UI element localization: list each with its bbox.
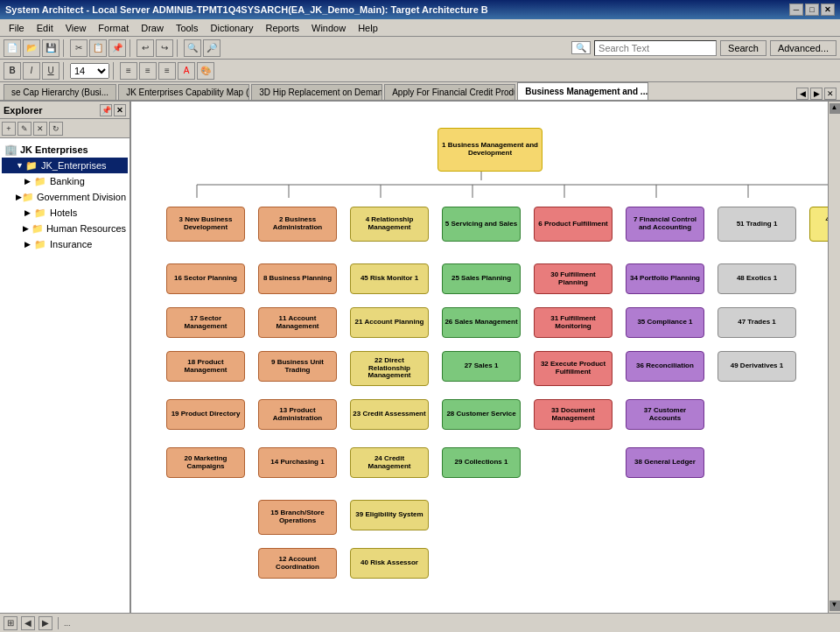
- diagram-area[interactable]: 1 Business Management and Development3 N…: [131, 102, 828, 613]
- explorer-edit-button[interactable]: ✎: [18, 122, 32, 136]
- advanced-button[interactable]: Advanced...: [770, 40, 836, 56]
- zoom-in-button[interactable]: 🔍: [184, 39, 201, 57]
- diagram-node-n13[interactable]: 13 Product Administration: [258, 399, 337, 430]
- explorer-item-jk[interactable]: ▼ 📁 JK_Enterprises: [2, 158, 128, 173]
- diagram-node-n17[interactable]: 17 Sector Management: [166, 307, 245, 338]
- menu-item-edit[interactable]: Edit: [32, 21, 59, 35]
- back-button[interactable]: ◀: [21, 616, 35, 630]
- diagram-node-n34[interactable]: 34 Portfolio Planning: [626, 263, 704, 294]
- cut-button[interactable]: ✂: [70, 39, 88, 57]
- explorer-refresh-button[interactable]: ↻: [49, 122, 63, 136]
- search-button[interactable]: Search: [720, 40, 766, 56]
- explorer-item-hotels[interactable]: ▶ 📁 Hotels: [2, 205, 128, 221]
- minimize-button[interactable]: ─: [789, 4, 803, 16]
- diagram-node-n38[interactable]: 38 General Ledger: [626, 447, 704, 478]
- explorer-item-insurance[interactable]: ▶ 📁 Insurance: [2, 236, 128, 252]
- fill-color-button[interactable]: 🎨: [197, 62, 214, 80]
- align-right-button[interactable]: ≡: [158, 62, 176, 80]
- forward-button[interactable]: ▶: [38, 616, 52, 630]
- diagram-node-n15[interactable]: 15 Branch/Store Operations: [258, 500, 337, 535]
- diagram-node-n40[interactable]: 40 Risk Assessor: [350, 548, 429, 579]
- diagram-node-n2[interactable]: 2 Business Administration: [258, 207, 337, 242]
- diagram-node-n32[interactable]: 32 Execute Product Fulfillment: [534, 351, 612, 386]
- close-button[interactable]: ✕: [821, 4, 835, 16]
- diagram-node-n12[interactable]: 12 Account Coordination: [258, 548, 337, 579]
- tab-0[interactable]: se Cap Hierarchy (Busi...: [4, 84, 116, 100]
- explorer-close-button[interactable]: ✕: [114, 104, 126, 116]
- explorer-item-gov[interactable]: ▶ 📁 Government Division: [2, 189, 128, 205]
- diagram-node-n9[interactable]: 9 Business Unit Trading: [258, 351, 337, 382]
- tab-3[interactable]: Apply For Financial Credit Product...: [384, 84, 515, 100]
- diagram-node-n24[interactable]: 24 Credit Management: [350, 447, 429, 478]
- diagram-node-n3[interactable]: 3 New Business Development: [166, 207, 245, 242]
- text-color-button[interactable]: A: [178, 62, 195, 80]
- diagram-node-n11[interactable]: 11 Account Management: [258, 307, 337, 338]
- start-button[interactable]: ⊞: [4, 616, 18, 630]
- diagram-node-n22[interactable]: 22 Direct Relationship Management: [350, 351, 429, 386]
- search-input[interactable]: [594, 40, 717, 56]
- menu-item-help[interactable]: Help: [353, 21, 383, 35]
- scroll-up-button[interactable]: ▲: [830, 103, 840, 114]
- diagram-node-n45[interactable]: 45 Regulatory Compliance: [809, 207, 828, 242]
- redo-button[interactable]: ↪: [156, 39, 173, 57]
- italic-button[interactable]: I: [23, 62, 40, 80]
- tab-prev-button[interactable]: ◀: [796, 88, 808, 100]
- scroll-down-button[interactable]: ▼: [830, 600, 840, 611]
- tab-4[interactable]: Business Management and ...: [517, 82, 648, 100]
- diagram-node-n29[interactable]: 29 Collections 1: [442, 447, 521, 478]
- menu-item-reports[interactable]: Reports: [260, 21, 304, 35]
- tab-1[interactable]: JK Enterprises Capability Map (Bu...: [118, 84, 249, 100]
- tab-2[interactable]: 3D Hip Replacement on Demand ...: [251, 84, 382, 100]
- font-size-select[interactable]: 1410121618: [70, 63, 109, 79]
- diagram-node-n20[interactable]: 20 Marketing Campaigns: [166, 447, 245, 478]
- new-button[interactable]: 📄: [4, 39, 21, 57]
- diagram-node-n45rm[interactable]: 45 Risk Monitor 1: [350, 263, 429, 294]
- diagram-node-n35[interactable]: 35 Compliance 1: [626, 307, 704, 338]
- align-left-button[interactable]: ≡: [120, 62, 137, 80]
- diagram-node-n51[interactable]: 51 Trading 1: [718, 207, 796, 242]
- maximize-button[interactable]: □: [805, 4, 819, 16]
- diagram-node-n30[interactable]: 30 Fulfillment Planning: [534, 263, 612, 294]
- explorer-delete-button[interactable]: ✕: [33, 122, 47, 136]
- diagram-node-n23[interactable]: 23 Credit Assessment: [350, 399, 429, 430]
- diagram-node-n18[interactable]: 18 Product Management: [166, 351, 245, 382]
- tab-next-button[interactable]: ▶: [810, 88, 822, 100]
- diagram-node-n7[interactable]: 7 Financial Control and Accounting: [626, 207, 704, 242]
- diagram-node-n4[interactable]: 4 Relationship Management: [350, 207, 429, 242]
- diagram-node-n5[interactable]: 5 Servicing and Sales: [442, 207, 521, 242]
- explorer-item-banking[interactable]: ▶ 📁 Banking: [2, 173, 128, 189]
- diagram-node-n6[interactable]: 6 Product Fulfillment: [534, 207, 612, 242]
- menu-item-file[interactable]: File: [4, 21, 30, 35]
- diagram-node-n16[interactable]: 16 Sector Planning: [166, 263, 245, 294]
- diagram-node-n36[interactable]: 36 Reconciliation: [626, 351, 704, 382]
- menu-item-dictionary[interactable]: Dictionary: [206, 21, 259, 35]
- diagram-node-n21[interactable]: 21 Account Planning: [350, 307, 429, 338]
- diagram-node-n14[interactable]: 14 Purchasing 1: [258, 447, 337, 478]
- explorer-item-hr[interactable]: ▶ 📁 Human Resources: [2, 221, 128, 236]
- save-button[interactable]: 💾: [42, 39, 60, 57]
- copy-button[interactable]: 📋: [89, 39, 107, 57]
- menu-item-format[interactable]: Format: [93, 21, 134, 35]
- menu-item-view[interactable]: View: [60, 21, 92, 35]
- diagram-node-n28[interactable]: 28 Customer Service: [442, 399, 521, 430]
- diagram-node-n49[interactable]: 49 Derivatives 1: [718, 351, 796, 382]
- explorer-pin-button[interactable]: 📌: [100, 104, 112, 116]
- diagram-node-n47[interactable]: 47 Trades 1: [718, 307, 796, 338]
- undo-button[interactable]: ↩: [136, 39, 154, 57]
- diagram-node-n27[interactable]: 27 Sales 1: [442, 351, 521, 382]
- bold-button[interactable]: B: [4, 62, 21, 80]
- underline-button[interactable]: U: [42, 62, 60, 80]
- diagram-node-n19[interactable]: 19 Product Directory: [166, 399, 245, 430]
- menu-item-draw[interactable]: Draw: [136, 21, 169, 35]
- open-button[interactable]: 📂: [23, 39, 40, 57]
- menu-item-tools[interactable]: Tools: [171, 21, 204, 35]
- diagram-node-n8[interactable]: 8 Business Planning: [258, 263, 337, 294]
- diagram-node-n39[interactable]: 39 Eligibility System: [350, 500, 429, 530]
- explorer-new-button[interactable]: +: [2, 122, 16, 136]
- diagram-node-n26[interactable]: 26 Sales Management: [442, 307, 521, 338]
- menu-item-window[interactable]: Window: [306, 21, 351, 35]
- diagram-node-n25[interactable]: 25 Sales Planning: [442, 263, 521, 294]
- diagram-node-n1[interactable]: 1 Business Management and Development: [438, 128, 542, 172]
- align-center-button[interactable]: ≡: [139, 62, 157, 80]
- diagram-node-n37[interactable]: 37 Customer Accounts: [626, 399, 704, 430]
